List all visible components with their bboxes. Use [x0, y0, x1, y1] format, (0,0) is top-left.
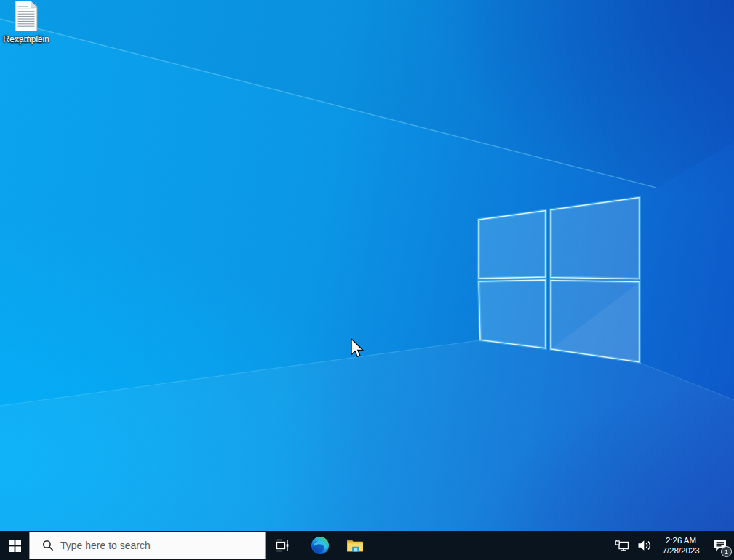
taskbar: 2:26 AM 7/28/2023 1	[0, 531, 734, 560]
volume-tray-button[interactable]	[634, 531, 655, 560]
search-input[interactable]	[60, 540, 242, 551]
action-center-button[interactable]: 1	[706, 531, 734, 560]
taskbar-search[interactable]	[29, 532, 266, 559]
taskbar-clock[interactable]: 2:26 AM 7/28/2023	[658, 535, 704, 556]
mouse-cursor	[351, 338, 365, 359]
desktop-wallpaper: Recycle Bin example	[0, 0, 734, 560]
file-explorer-folder-icon	[346, 537, 364, 554]
task-view-button[interactable]	[268, 531, 297, 560]
edge-icon	[311, 536, 330, 555]
wallpaper-light-rays-and-windows-logo	[0, 0, 734, 560]
network-tray-button[interactable]	[612, 531, 634, 560]
clock-date: 7/28/2023	[658, 545, 704, 556]
notification-badge: 1	[721, 546, 732, 557]
clock-time: 2:26 AM	[658, 535, 704, 545]
speaker-volume-icon	[637, 540, 653, 551]
task-view-icon	[275, 539, 290, 552]
example-label: example	[9, 35, 42, 44]
desktop-icon-example[interactable]: example	[0, 0, 52, 45]
edge-button[interactable]	[306, 531, 335, 560]
search-icon	[42, 540, 54, 551]
file-explorer-button[interactable]	[340, 531, 370, 560]
system-tray: 2:26 AM 7/28/2023 1	[612, 531, 734, 560]
ethernet-network-icon	[615, 539, 631, 552]
windows-logo-glow	[479, 198, 639, 363]
start-windows-icon	[9, 540, 21, 552]
start-button[interactable]	[0, 531, 29, 560]
windows-logo-icon	[479, 198, 639, 363]
document-icon	[14, 0, 39, 32]
